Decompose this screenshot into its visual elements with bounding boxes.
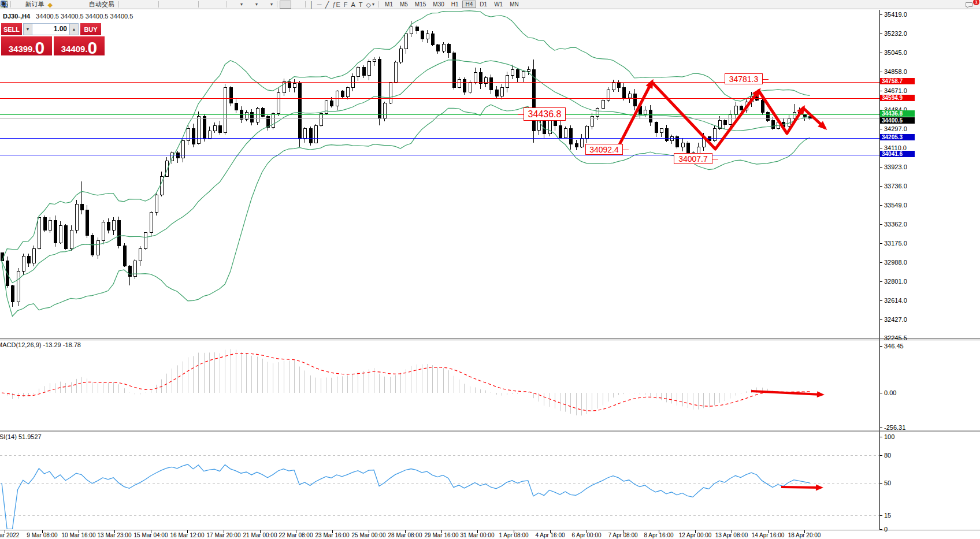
panel-separator <box>0 340 980 340</box>
sell-price-button[interactable]: 34399.0 <box>1 36 52 55</box>
chart-header: DJ30-,H434400.5 34400.5 34400.5 34400.5 <box>3 13 133 20</box>
callout-anchor-tick <box>518 114 524 115</box>
sell-price-main: 34399 <box>9 44 33 53</box>
panel-separator <box>0 432 980 432</box>
volume-decrease-button[interactable]: ▼ <box>23 23 32 35</box>
volume-increase-button[interactable]: ▲ <box>69 23 79 35</box>
rsi-axis-tick: 80 <box>884 452 891 459</box>
price-callout-annotation[interactable]: 34436.8 <box>524 107 566 121</box>
time-axis-label: 6 Apr 00:00 <box>571 532 601 538</box>
price-axis-tick: 34858.0 <box>884 68 907 75</box>
sell-button[interactable]: SELL <box>1 23 22 35</box>
time-axis-label: 15 Mar 04:00 <box>134 532 168 538</box>
rsi-axis-tick: 15 <box>884 512 891 519</box>
buy-price-button[interactable]: 34409.0 <box>54 36 105 55</box>
buy-price-pip: 0 <box>88 41 98 55</box>
rsi-indicator-label: RSI(14) 51.9527 <box>0 433 42 440</box>
price-callout-annotation[interactable]: 34007.7 <box>674 153 712 164</box>
time-axis-label: 7 Apr 08:00 <box>608 532 637 538</box>
sell-price-pip: 0 <box>35 41 45 55</box>
time-axis-label: 25 Mar 00:00 <box>352 532 386 538</box>
macd-trend-arrow[interactable] <box>751 391 825 397</box>
axis-price-badge: 34041.6 <box>880 151 915 157</box>
rsi-axis-tick: 0 <box>884 526 888 533</box>
time-axis-label: 29 Mar 16:00 <box>425 532 459 538</box>
time-axis-separator <box>0 530 980 530</box>
time-axis-label: 28 Mar 08:00 <box>388 532 422 538</box>
time-axis-label: 13 Mar 23:00 <box>98 532 132 538</box>
axis-price-badge: 34594.9 <box>880 95 915 101</box>
time-axis-label: 8 Apr 16:00 <box>644 532 673 538</box>
axis-price-badge: 34758.7 <box>880 78 915 84</box>
macd-axis-tick: -256.31 <box>884 424 905 431</box>
time-axis-label: 9 Mar 08:00 <box>27 532 57 538</box>
price-axis-tick: 35232.0 <box>884 30 907 37</box>
chart-canvas <box>0 0 980 539</box>
price-axis-tick: 33736.0 <box>884 183 907 189</box>
price-axis-tick: 32801.0 <box>884 278 907 285</box>
price-axis-tick: 32245.5 <box>884 334 907 341</box>
time-axis-label: 13 Apr 08:00 <box>715 532 748 538</box>
callout-anchor-tick <box>762 79 769 80</box>
time-axis-label: 16 Mar 12:00 <box>170 532 205 538</box>
callout-anchor-tick <box>712 159 718 159</box>
ohlc-values: 34400.5 34400.5 34400.5 34400.5 <box>36 13 133 20</box>
price-axis-tick: 34671.0 <box>884 87 907 94</box>
rsi-axis-tick: 100 <box>884 433 894 440</box>
price-axis-tick: 35045.0 <box>884 49 907 56</box>
rsi-trend-arrow[interactable] <box>781 484 823 490</box>
buy-button[interactable]: BUY <box>80 23 101 35</box>
time-axis-label: 4 Apr 16:00 <box>535 532 565 538</box>
time-axis-label: 14 Apr 16:00 <box>752 532 785 538</box>
price-axis-tick: 33362.0 <box>884 221 907 228</box>
buy-price-main: 34409 <box>61 44 86 53</box>
time-axis-label: 17 Mar 20:00 <box>207 532 241 538</box>
price-axis-tick: 32988.0 <box>884 259 907 266</box>
horizontal-level-lines[interactable] <box>0 83 879 155</box>
price-axis-tick: 32427.0 <box>884 316 907 323</box>
price-callout-annotation[interactable]: 34781.3 <box>725 73 763 84</box>
panel-separator[interactable] <box>0 430 980 430</box>
axis-price-badge: 34205.3 <box>880 134 915 140</box>
rsi-plot <box>0 456 879 530</box>
time-axis-label: 23 Mar 16:00 <box>315 532 350 538</box>
macd-plot <box>2 349 810 415</box>
callout-anchor-tick <box>622 150 629 150</box>
price-axis-tick: 34297.0 <box>884 125 907 132</box>
price-axis-tick: 33175.0 <box>884 240 907 247</box>
rsi-axis-tick: 50 <box>884 479 891 486</box>
symbol-timeframe-label: DJ30-,H4 <box>3 13 30 20</box>
time-axis-label: 22 Mar 08:00 <box>279 532 313 538</box>
time-axis-label: 1 Apr 08:00 <box>499 532 528 538</box>
time-axis-label: 31 Mar 00:00 <box>461 532 495 538</box>
macd-axis-tick: 0.00 <box>884 389 896 396</box>
price-axis-tick: 33549.0 <box>884 202 907 209</box>
time-axis-label: 10 Mar 16:00 <box>62 532 96 538</box>
one-click-trade-panel: SELL ▼ 1.00 ▲ BUY 34399.0 34409.0 <box>1 23 105 55</box>
time-axis-label: 12 Apr 00:00 <box>679 532 712 538</box>
volume-input[interactable]: 1.00 <box>32 23 69 35</box>
trading-terminal-window: ◆新订单◆自动交易▾▾▾│─╱ƒEFAT◇▾M1M5M15M30H1H4D1W1… <box>0 0 980 539</box>
macd-indicator-label: MACD(12,26,9) -13.29 -18.78 <box>0 341 81 348</box>
price-axis-tick: 32614.0 <box>884 297 907 304</box>
time-axis-label: 21 Mar 00:00 <box>243 532 277 538</box>
axis-price-badge: 34436.8 <box>880 110 915 117</box>
price-axis-tick: 33923.0 <box>884 163 907 170</box>
axis-price-badge: 34400.5 <box>880 117 915 124</box>
price-callout-annotation[interactable]: 34092.4 <box>585 144 623 155</box>
macd-axis-tick: 346.45 <box>884 343 904 350</box>
panel-separator[interactable] <box>0 338 980 339</box>
price-axis-tick: 35419.0 <box>884 11 907 18</box>
time-axis-label: 18 Apr 20:00 <box>788 532 821 538</box>
time-axis-label: 8 Mar 2022 <box>0 532 19 538</box>
